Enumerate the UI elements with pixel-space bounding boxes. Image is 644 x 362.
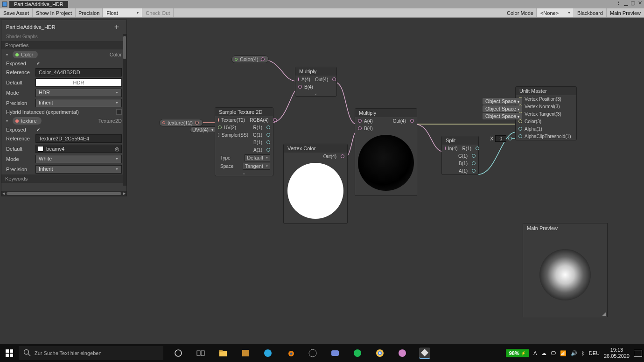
main-preview-toggle-button[interactable]: Main Preview bbox=[607, 8, 644, 17]
resize-handle-icon[interactable] bbox=[602, 312, 606, 316]
taskbar-clock[interactable]: 19:13 26.05.2020 bbox=[604, 347, 630, 359]
exposed-checkbox[interactable]: ✔ bbox=[35, 61, 41, 66]
output-port[interactable] bbox=[261, 57, 265, 61]
type-dropdown[interactable]: Default bbox=[245, 154, 270, 161]
output-port[interactable] bbox=[341, 154, 344, 158]
app-icon-generic[interactable] bbox=[240, 348, 251, 359]
object-space-dropdown[interactable]: Object Space bbox=[483, 105, 522, 112]
output-port[interactable] bbox=[508, 137, 512, 140]
split-node[interactable]: Split In(4)R(1) G(1) B(1) A(1) bbox=[441, 136, 479, 175]
input-port[interactable] bbox=[518, 134, 522, 138]
object-space-dropdown[interactable]: Object Space bbox=[483, 98, 522, 104]
scroll-right-icon[interactable]: ▶ bbox=[122, 192, 126, 195]
texture-property-node[interactable]: texture(T2) bbox=[159, 119, 203, 126]
main-preview-window[interactable]: Main Preview bbox=[523, 223, 608, 317]
blender-icon[interactable] bbox=[285, 348, 296, 359]
add-property-button[interactable]: + bbox=[112, 22, 122, 32]
panel-vertical-scrollbar[interactable] bbox=[123, 34, 126, 186]
precision-select[interactable]: Inherit bbox=[35, 99, 122, 107]
window-minimize-icon[interactable]: ▁ bbox=[624, 0, 628, 6]
window-maximize-icon[interactable]: ▢ bbox=[630, 0, 635, 6]
action-center-icon[interactable] bbox=[634, 350, 642, 357]
property-item-color[interactable]: ▾ Color Color bbox=[1, 49, 126, 60]
output-port[interactable] bbox=[273, 118, 277, 122]
scrollbar-thumb[interactable] bbox=[7, 192, 121, 195]
multiply-node-1[interactable]: Multiply A(4) Out(4) B(4) ⌄ bbox=[295, 67, 337, 97]
precision-select[interactable]: Inherit bbox=[35, 165, 122, 174]
unreal-icon[interactable] bbox=[307, 348, 318, 359]
vertex-color-node[interactable]: Vertex Color Out(4) bbox=[283, 144, 348, 224]
expand-icon[interactable]: ⌄ bbox=[295, 90, 336, 96]
multiply-node-2[interactable]: Multiply A(4)Out(4) B(4) bbox=[355, 108, 417, 196]
unlit-master-node[interactable]: Unlit Master Vertex Position(3) Vertex N… bbox=[515, 86, 577, 140]
unity-icon[interactable] bbox=[419, 348, 430, 359]
output-port[interactable] bbox=[266, 148, 270, 152]
bluetooth-icon[interactable]: ᛒ bbox=[581, 350, 585, 356]
float-value-input[interactable] bbox=[495, 135, 506, 142]
tray-chevron-icon[interactable]: ᐱ bbox=[533, 350, 537, 356]
float-inline-field[interactable]: X bbox=[490, 135, 512, 142]
language-indicator[interactable]: DEU bbox=[589, 350, 600, 356]
expand-icon[interactable]: ⌄ bbox=[215, 170, 273, 176]
graph-workspace[interactable]: ParticleAdditive_HDR + Shader Graphs Pro… bbox=[0, 18, 644, 344]
object-space-dropdown[interactable]: Object Space bbox=[483, 113, 522, 119]
volume-icon[interactable]: 🔊 bbox=[571, 350, 577, 356]
graph-canvas[interactable]: Color(4) texture(T2) UV0(4) ▼ Multiply A… bbox=[128, 18, 644, 344]
taskbar-search[interactable]: Zur Suche Text hier eingeben bbox=[19, 346, 163, 360]
reference-input[interactable] bbox=[35, 68, 122, 77]
color-mode-dropdown[interactable]: <None> bbox=[536, 8, 574, 17]
space-dropdown[interactable]: Tangent bbox=[243, 163, 270, 170]
main-preview-viewport[interactable] bbox=[523, 233, 607, 317]
window-title-tab[interactable]: ParticleAdditive_HDR bbox=[9, 1, 68, 8]
cortana-icon[interactable] bbox=[173, 348, 184, 359]
input-port[interactable] bbox=[218, 125, 222, 129]
object-picker-icon[interactable]: ◎ bbox=[115, 146, 119, 152]
scrollbar-thumb[interactable] bbox=[123, 36, 126, 59]
discord-icon[interactable] bbox=[329, 348, 341, 359]
output-port[interactable] bbox=[332, 77, 336, 81]
window-menu-icon[interactable]: ⋮ bbox=[616, 0, 621, 6]
chrome-icon[interactable] bbox=[374, 348, 385, 359]
property-item-texture[interactable]: ▾ texture Texture2D bbox=[1, 116, 126, 126]
default-color-swatch[interactable]: HDR bbox=[35, 78, 122, 87]
property-chip[interactable]: texture bbox=[13, 117, 42, 125]
output-port[interactable] bbox=[476, 146, 479, 150]
default-texture-field[interactable]: beamv4 ◎ bbox=[35, 145, 122, 153]
mode-select[interactable]: White bbox=[35, 155, 122, 163]
mode-select[interactable]: HDR bbox=[35, 89, 122, 97]
reference-input[interactable] bbox=[35, 134, 122, 143]
start-button[interactable] bbox=[0, 344, 19, 362]
skype-icon[interactable] bbox=[262, 348, 273, 359]
color-property-node[interactable]: Color(4) bbox=[231, 56, 269, 63]
input-port[interactable] bbox=[358, 119, 362, 123]
input-port[interactable] bbox=[358, 126, 362, 130]
monitor-icon[interactable]: 🖵 bbox=[551, 350, 556, 356]
input-port[interactable] bbox=[518, 119, 522, 123]
exposed-checkbox[interactable]: ✔ bbox=[35, 127, 41, 132]
hybrid-checkbox[interactable] bbox=[116, 109, 122, 115]
output-port[interactable] bbox=[195, 121, 199, 125]
onedrive-icon[interactable]: ☁︎ bbox=[541, 350, 546, 356]
blackboard-toggle-button[interactable]: Blackboard bbox=[574, 8, 607, 17]
output-port[interactable] bbox=[266, 133, 270, 137]
window-close-icon[interactable]: ✕ bbox=[638, 0, 642, 6]
input-port[interactable] bbox=[518, 127, 522, 131]
precision-dropdown[interactable]: Float bbox=[103, 8, 142, 17]
app-icon-generic[interactable] bbox=[397, 348, 408, 359]
spotify-icon[interactable] bbox=[352, 348, 363, 359]
scroll-left-icon[interactable]: ◀ bbox=[1, 192, 6, 195]
panel-horizontal-scrollbar[interactable]: ◀ ▶ bbox=[1, 191, 126, 196]
output-port[interactable] bbox=[266, 125, 270, 129]
output-port[interactable] bbox=[472, 161, 476, 165]
save-asset-button[interactable]: Save Asset bbox=[0, 8, 33, 17]
output-port[interactable] bbox=[410, 119, 414, 123]
task-view-icon[interactable] bbox=[195, 348, 206, 359]
output-port[interactable] bbox=[266, 140, 270, 144]
collapse-icon[interactable]: ▾ bbox=[6, 53, 8, 57]
sample-texture-node[interactable]: Sample Texture 2D Texture(T2)RGBA(4) UV(… bbox=[215, 107, 273, 176]
show-in-project-button[interactable]: Show In Project bbox=[33, 8, 76, 17]
collapse-icon[interactable]: ▾ bbox=[6, 119, 8, 123]
file-explorer-icon[interactable] bbox=[217, 348, 229, 359]
input-port[interactable] bbox=[298, 85, 302, 89]
network-icon[interactable]: 📶 bbox=[560, 350, 567, 356]
